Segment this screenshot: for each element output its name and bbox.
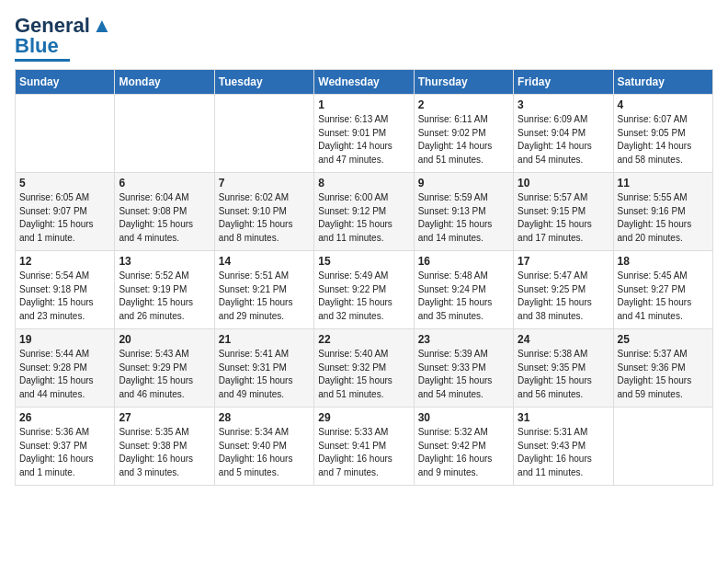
calendar-cell: 5Sunrise: 6:05 AM Sunset: 9:07 PM Daylig…	[16, 173, 115, 251]
day-number: 17	[518, 255, 609, 268]
calendar-cell: 20Sunrise: 5:43 AM Sunset: 9:29 PM Dayli…	[115, 329, 214, 408]
day-info: Sunrise: 6:05 AM Sunset: 9:07 PM Dayligh…	[19, 191, 110, 245]
calendar-cell: 29Sunrise: 5:33 AM Sunset: 9:41 PM Dayli…	[314, 408, 414, 486]
day-header-thursday: Thursday	[414, 70, 513, 95]
day-header-sunday: Sunday	[16, 70, 115, 95]
calendar-cell: 31Sunrise: 5:31 AM Sunset: 9:43 PM Dayli…	[514, 408, 613, 486]
calendar-week-row: 12Sunrise: 5:54 AM Sunset: 9:18 PM Dayli…	[16, 251, 713, 329]
calendar-cell: 15Sunrise: 5:49 AM Sunset: 9:22 PM Dayli…	[314, 251, 414, 329]
day-number: 28	[219, 411, 310, 424]
day-number: 2	[418, 98, 509, 111]
calendar-cell	[16, 95, 115, 173]
calendar-cell: 27Sunrise: 5:35 AM Sunset: 9:38 PM Dayli…	[115, 408, 214, 486]
day-info: Sunrise: 5:38 AM Sunset: 9:35 PM Dayligh…	[518, 348, 609, 401]
day-info: Sunrise: 5:47 AM Sunset: 9:25 PM Dayligh…	[518, 270, 609, 323]
calendar-cell: 12Sunrise: 5:54 AM Sunset: 9:18 PM Dayli…	[16, 251, 115, 329]
day-header-wednesday: Wednesday	[314, 70, 414, 95]
calendar-cell: 1Sunrise: 6:13 AM Sunset: 9:01 PM Daylig…	[314, 95, 414, 173]
day-info: Sunrise: 5:51 AM Sunset: 9:21 PM Dayligh…	[219, 270, 310, 323]
calendar-week-row: 19Sunrise: 5:44 AM Sunset: 9:28 PM Dayli…	[16, 329, 713, 408]
logo: General▲ Blue	[15, 15, 112, 62]
calendar-cell: 14Sunrise: 5:51 AM Sunset: 9:21 PM Dayli…	[214, 251, 313, 329]
day-number: 4	[618, 98, 709, 111]
day-info: Sunrise: 5:34 AM Sunset: 9:40 PM Dayligh…	[219, 426, 310, 479]
day-number: 7	[219, 177, 310, 190]
calendar-cell: 4Sunrise: 6:07 AM Sunset: 9:05 PM Daylig…	[613, 95, 712, 173]
day-info: Sunrise: 6:13 AM Sunset: 9:01 PM Dayligh…	[318, 113, 409, 167]
day-number: 10	[518, 177, 609, 190]
day-info: Sunrise: 5:59 AM Sunset: 9:13 PM Dayligh…	[418, 191, 509, 245]
calendar-cell: 24Sunrise: 5:38 AM Sunset: 9:35 PM Dayli…	[514, 329, 613, 408]
day-number: 12	[19, 255, 110, 268]
day-info: Sunrise: 6:11 AM Sunset: 9:02 PM Dayligh…	[418, 113, 509, 167]
day-header-friday: Friday	[514, 70, 613, 95]
day-info: Sunrise: 5:44 AM Sunset: 9:28 PM Dayligh…	[19, 348, 110, 401]
day-info: Sunrise: 5:52 AM Sunset: 9:19 PM Dayligh…	[119, 270, 210, 323]
day-number: 9	[418, 177, 509, 190]
day-number: 19	[19, 333, 110, 346]
day-number: 11	[618, 177, 709, 190]
calendar-cell: 23Sunrise: 5:39 AM Sunset: 9:33 PM Dayli…	[414, 329, 513, 408]
calendar-cell: 18Sunrise: 5:45 AM Sunset: 9:27 PM Dayli…	[613, 251, 712, 329]
calendar-cell: 13Sunrise: 5:52 AM Sunset: 9:19 PM Dayli…	[115, 251, 214, 329]
calendar-cell: 3Sunrise: 6:09 AM Sunset: 9:04 PM Daylig…	[514, 95, 613, 173]
day-info: Sunrise: 5:41 AM Sunset: 9:31 PM Dayligh…	[219, 348, 310, 401]
calendar-cell	[115, 95, 214, 173]
calendar-cell: 22Sunrise: 5:40 AM Sunset: 9:32 PM Dayli…	[314, 329, 414, 408]
day-number: 20	[119, 333, 210, 346]
calendar-table: SundayMondayTuesdayWednesdayThursdayFrid…	[15, 69, 713, 486]
day-info: Sunrise: 6:00 AM Sunset: 9:12 PM Dayligh…	[318, 191, 409, 245]
logo-underline	[15, 59, 70, 62]
day-number: 25	[618, 333, 709, 346]
calendar-cell: 30Sunrise: 5:32 AM Sunset: 9:42 PM Dayli…	[414, 408, 513, 486]
calendar-cell: 2Sunrise: 6:11 AM Sunset: 9:02 PM Daylig…	[414, 95, 513, 173]
day-number: 22	[318, 333, 409, 346]
day-number: 23	[418, 333, 509, 346]
calendar-cell: 9Sunrise: 5:59 AM Sunset: 9:13 PM Daylig…	[414, 173, 513, 251]
day-info: Sunrise: 6:02 AM Sunset: 9:10 PM Dayligh…	[219, 191, 310, 245]
day-number: 14	[219, 255, 310, 268]
calendar-cell: 7Sunrise: 6:02 AM Sunset: 9:10 PM Daylig…	[214, 173, 313, 251]
calendar-cell: 16Sunrise: 5:48 AM Sunset: 9:24 PM Dayli…	[414, 251, 513, 329]
day-info: Sunrise: 5:31 AM Sunset: 9:43 PM Dayligh…	[518, 426, 609, 479]
calendar-cell: 6Sunrise: 6:04 AM Sunset: 9:08 PM Daylig…	[115, 173, 214, 251]
day-number: 30	[418, 411, 509, 424]
day-number: 1	[318, 98, 409, 111]
day-number: 21	[219, 333, 310, 346]
calendar-cell: 11Sunrise: 5:55 AM Sunset: 9:16 PM Dayli…	[613, 173, 712, 251]
day-info: Sunrise: 6:04 AM Sunset: 9:08 PM Dayligh…	[119, 191, 210, 245]
page-header: General▲ Blue	[15, 15, 713, 62]
day-info: Sunrise: 5:54 AM Sunset: 9:18 PM Dayligh…	[19, 270, 110, 323]
calendar-week-row: 26Sunrise: 5:36 AM Sunset: 9:37 PM Dayli…	[16, 408, 713, 486]
day-info: Sunrise: 5:33 AM Sunset: 9:41 PM Dayligh…	[318, 426, 409, 479]
day-number: 18	[618, 255, 709, 268]
day-info: Sunrise: 5:32 AM Sunset: 9:42 PM Dayligh…	[418, 426, 509, 479]
day-info: Sunrise: 5:43 AM Sunset: 9:29 PM Dayligh…	[119, 348, 210, 401]
calendar-week-row: 1Sunrise: 6:13 AM Sunset: 9:01 PM Daylig…	[16, 95, 713, 173]
day-number: 6	[119, 177, 210, 190]
calendar-cell: 10Sunrise: 5:57 AM Sunset: 9:15 PM Dayli…	[514, 173, 613, 251]
calendar-cell: 26Sunrise: 5:36 AM Sunset: 9:37 PM Dayli…	[16, 408, 115, 486]
day-info: Sunrise: 5:39 AM Sunset: 9:33 PM Dayligh…	[418, 348, 509, 401]
logo-blue-text: Blue	[15, 35, 59, 57]
day-header-saturday: Saturday	[613, 70, 712, 95]
calendar-cell: 25Sunrise: 5:37 AM Sunset: 9:36 PM Dayli…	[613, 329, 712, 408]
day-number: 27	[119, 411, 210, 424]
day-info: Sunrise: 5:36 AM Sunset: 9:37 PM Dayligh…	[19, 426, 110, 479]
day-number: 15	[318, 255, 409, 268]
day-number: 3	[518, 98, 609, 111]
calendar-cell: 19Sunrise: 5:44 AM Sunset: 9:28 PM Dayli…	[16, 329, 115, 408]
day-info: Sunrise: 6:07 AM Sunset: 9:05 PM Dayligh…	[618, 113, 709, 167]
day-info: Sunrise: 5:55 AM Sunset: 9:16 PM Dayligh…	[618, 191, 709, 245]
calendar-cell: 28Sunrise: 5:34 AM Sunset: 9:40 PM Dayli…	[214, 408, 313, 486]
day-number: 5	[19, 177, 110, 190]
day-info: Sunrise: 5:57 AM Sunset: 9:15 PM Dayligh…	[518, 191, 609, 245]
calendar-cell: 17Sunrise: 5:47 AM Sunset: 9:25 PM Dayli…	[514, 251, 613, 329]
day-info: Sunrise: 5:40 AM Sunset: 9:32 PM Dayligh…	[318, 348, 409, 401]
day-info: Sunrise: 5:37 AM Sunset: 9:36 PM Dayligh…	[618, 348, 709, 401]
day-header-tuesday: Tuesday	[214, 70, 313, 95]
calendar-week-row: 5Sunrise: 6:05 AM Sunset: 9:07 PM Daylig…	[16, 173, 713, 251]
calendar-cell	[613, 408, 712, 486]
day-info: Sunrise: 5:35 AM Sunset: 9:38 PM Dayligh…	[119, 426, 210, 479]
day-number: 31	[518, 411, 609, 424]
